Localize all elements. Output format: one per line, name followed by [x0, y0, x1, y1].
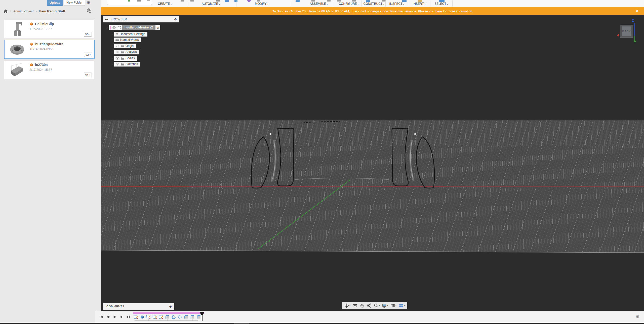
timeline-go-to-start-button[interactable] [99, 315, 103, 319]
clipped-icon[interactable] [337, 0, 341, 2]
version-dropdown[interactable]: V5▾ [84, 32, 92, 37]
browser-item-bodies[interactable]: ▶ Bodies [111, 56, 137, 61]
clipped-icon[interactable] [128, 0, 130, 2]
clipped-icon[interactable] [216, 0, 220, 2]
minus-circle-icon[interactable]: ⊖ [174, 18, 177, 21]
home-icon[interactable] [4, 9, 8, 13]
gear-icon[interactable]: ⚙ [87, 0, 90, 5]
new-folder-button[interactable]: New Folder [64, 0, 85, 6]
collapse-panel-icon[interactable]: ◀◀ [105, 18, 107, 20]
version-dropdown[interactable]: V1▾ [84, 73, 92, 77]
menu-inspect[interactable]: INSPECT▾ [389, 2, 404, 6]
close-icon[interactable]: × [636, 8, 638, 14]
fit-tool[interactable]: ▾ [373, 303, 381, 308]
clipped-icon[interactable] [311, 0, 315, 2]
comments-panel[interactable]: COMMENTS ⊕ [103, 303, 174, 310]
timeline-feature-sketch[interactable] [146, 314, 151, 319]
visibility-eye-icon[interactable] [112, 26, 116, 29]
clipped-icon[interactable] [247, 0, 251, 2]
visibility-eye-icon[interactable] [115, 57, 119, 60]
browser-item-origin[interactable]: ▶ Origin [111, 43, 136, 48]
file-name[interactable]: hustlerguidewire [35, 42, 63, 46]
expand-triangle-icon[interactable]: ▶ [111, 39, 114, 41]
timeline-feature-sketch[interactable] [158, 314, 164, 319]
chevron-down-icon[interactable]: ▾ [395, 305, 396, 307]
menu-construct[interactable]: CONSTRUCT▾ [364, 2, 384, 6]
view-cube-face-back[interactable]: BACK [622, 26, 631, 36]
menu-modify[interactable]: MODIFY▾ [255, 2, 268, 6]
add-comment-icon[interactable]: ⊕ [169, 305, 172, 308]
orbit-tool[interactable]: ▾ [343, 303, 351, 308]
chevron-down-icon[interactable]: ▾ [379, 305, 380, 307]
display-settings-tool[interactable]: ▾ [381, 303, 389, 308]
version-dropdown[interactable]: V2▾ [84, 52, 92, 57]
clipped-icon[interactable] [402, 0, 407, 2]
zoom-tool[interactable] [366, 303, 372, 308]
clipped-icon[interactable] [418, 0, 422, 2]
activate-radio-icon[interactable]: ⊙ [156, 26, 159, 29]
clipped-icon[interactable] [190, 0, 194, 2]
clipped-icon[interactable] [147, 0, 150, 1]
look-at-tool[interactable] [352, 303, 358, 308]
visibility-eye-icon[interactable] [115, 63, 119, 66]
timeline-step-back-button[interactable] [106, 315, 110, 319]
timeline-step-forward-button[interactable] [119, 315, 124, 319]
pan-tool[interactable] [359, 303, 365, 308]
browser-item-document-settings[interactable]: ▶ ⚙ Document Settings [111, 31, 147, 37]
grid-display-tool[interactable]: ▾ [389, 303, 397, 308]
clipped-icon[interactable] [137, 0, 141, 2]
timeline-marker-handle[interactable] [199, 312, 205, 316]
chevron-down-icon[interactable]: ▾ [349, 305, 350, 307]
file-name[interactable]: HeilMicCilp [35, 22, 54, 26]
clipped-icon[interactable] [352, 0, 356, 2]
browser-item-analysis[interactable]: ▶ Analysis [111, 49, 139, 54]
timeline-settings-gear-icon[interactable]: ⚙ [636, 314, 639, 319]
clipped-icon[interactable] [296, 0, 300, 2]
view-cube[interactable]: BACK [620, 25, 633, 38]
upload-button[interactable]: Upload [47, 0, 63, 6]
viewports-tool[interactable]: ▾ [398, 303, 406, 308]
browser-item-sketches[interactable]: ▶ Sketches [111, 61, 140, 67]
browser-item-named-views[interactable]: ▶ Named Views [111, 37, 141, 42]
clipped-icon[interactable] [225, 0, 229, 2]
menu-select[interactable]: SELECT▾ [434, 2, 448, 6]
timeline-play-button[interactable] [112, 315, 117, 319]
clipped-icon[interactable] [181, 0, 184, 2]
expand-triangle-icon[interactable]: ◢ [105, 26, 109, 29]
expand-triangle-icon[interactable]: ▶ [111, 45, 114, 47]
chevron-down-icon[interactable]: ▾ [404, 305, 405, 307]
timeline-feature-extrude[interactable] [140, 314, 145, 319]
clipped-icon[interactable] [439, 0, 445, 2]
file-card-hustlerguidewire[interactable]: hustlerguidewire 10/14/2024 09:25 V2▾ [4, 40, 95, 59]
clipped-icon[interactable] [234, 0, 237, 2]
menu-create[interactable]: CREATE▾ [158, 2, 172, 6]
viewport-canvas[interactable]: ◀◀ BROWSER ⊖ ◢ hustlerguidewire v2 ⊙ ▶ ⚙… [101, 15, 644, 311]
visibility-eye-off-icon[interactable] [115, 45, 119, 47]
timeline-go-to-end-button[interactable] [126, 315, 131, 319]
visibility-eye-icon[interactable] [115, 51, 119, 53]
globe-privacy-icon[interactable] [87, 8, 91, 13]
timeline-feature-revolve[interactable] [171, 314, 176, 319]
timeline-feature-circular-pattern[interactable] [177, 314, 182, 319]
menu-insert[interactable]: INSERT▾ [413, 2, 426, 6]
browser-header[interactable]: ◀◀ BROWSER ⊖ [103, 16, 179, 22]
expand-triangle-icon[interactable]: ▶ [111, 57, 114, 59]
banner-here-link[interactable]: here [435, 9, 442, 13]
clipped-icon[interactable] [257, 0, 260, 2]
expand-triangle-icon[interactable]: ▶ [111, 51, 114, 53]
file-card-ic2730a[interactable]: ic2730a 2/17/2024 15:37 V1▾ [4, 60, 94, 79]
clipped-icon[interactable] [366, 0, 370, 2]
browser-root-item[interactable]: hustlerguidewire v2 [122, 25, 155, 30]
timeline-feature-fillet[interactable] [190, 314, 195, 319]
menu-automate[interactable]: AUTOMATE▾ [202, 2, 220, 6]
expand-triangle-icon[interactable]: ▶ [111, 63, 114, 65]
browser-root-row[interactable]: ◢ hustlerguidewire v2 ⊙ [105, 25, 160, 30]
chevron-down-icon[interactable]: ▾ [387, 305, 388, 307]
file-name[interactable]: ic2730a [35, 63, 48, 67]
file-card-heilmicclip[interactable]: HeilMicCilp 11/6/2023 12:27 V5▾ [4, 20, 94, 38]
menu-configure[interactable]: CONFIGURE▾ [339, 2, 358, 6]
clipped-icon[interactable] [327, 0, 331, 2]
expand-triangle-icon[interactable]: ▶ [111, 33, 114, 35]
timeline-feature-fillet[interactable] [184, 314, 189, 319]
breadcrumb-project[interactable]: Admin Project [13, 9, 34, 13]
